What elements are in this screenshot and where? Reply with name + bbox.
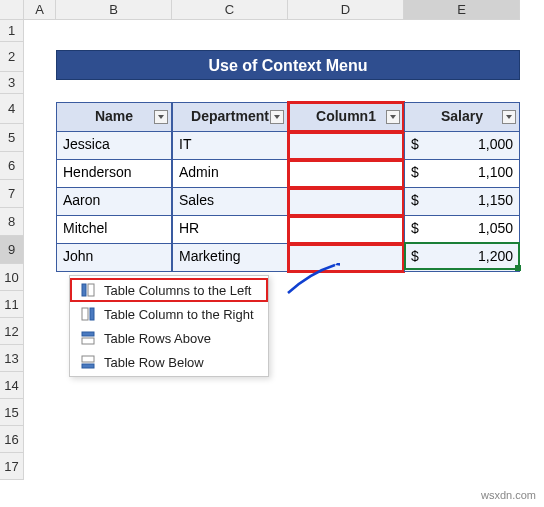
row-header-14[interactable]: 14 xyxy=(0,372,24,399)
currency-symbol: $ xyxy=(411,248,419,267)
cell-name[interactable]: Aaron xyxy=(56,188,172,216)
header-salary[interactable]: Salary xyxy=(404,102,520,132)
menu-insert-column-right[interactable]: Table Column to the Right xyxy=(70,302,268,326)
insert-col-left-icon xyxy=(80,282,96,298)
filter-icon[interactable] xyxy=(502,110,516,124)
menu-insert-columns-left[interactable]: Table Columns to the Left xyxy=(70,278,268,302)
insert-col-right-icon xyxy=(80,306,96,322)
cell-col1[interactable] xyxy=(288,244,404,272)
svg-rect-0 xyxy=(82,284,86,296)
row-header-17[interactable]: 17 xyxy=(0,453,24,480)
row-header-1[interactable]: 1 xyxy=(0,20,24,42)
cell-col1[interactable] xyxy=(288,132,404,160)
cell-sal[interactable]: $1,200 xyxy=(404,244,520,272)
context-menu: Table Columns to the Left Table Column t… xyxy=(69,275,269,377)
salary-value: 1,050 xyxy=(478,220,513,239)
title-cell: Use of Context Menu xyxy=(56,50,520,80)
svg-rect-5 xyxy=(82,338,94,344)
menu-label: Table Column to the Right xyxy=(104,307,254,322)
currency-symbol: $ xyxy=(411,220,419,239)
col-header-C[interactable]: C xyxy=(172,0,288,20)
col-header-A[interactable]: A xyxy=(24,0,56,20)
header-col1-label: Column1 xyxy=(316,108,376,124)
svg-rect-2 xyxy=(82,308,88,320)
cell-name[interactable]: Jessica xyxy=(56,132,172,160)
insert-row-above-icon xyxy=(80,330,96,346)
salary-value: 1,100 xyxy=(478,164,513,183)
currency-symbol: $ xyxy=(411,164,419,183)
svg-rect-3 xyxy=(90,308,94,320)
svg-rect-4 xyxy=(82,332,94,336)
header-column1[interactable]: Column1 xyxy=(288,102,404,132)
menu-insert-row-below[interactable]: Table Row Below xyxy=(70,350,268,374)
header-name-label: Name xyxy=(95,108,133,124)
col-header-E[interactable]: E xyxy=(404,0,520,20)
header-dept[interactable]: Department xyxy=(172,102,288,132)
watermark: wsxdn.com xyxy=(481,489,536,501)
spreadsheet-grid: A B C D E xyxy=(0,0,544,20)
row-header-10[interactable]: 10 xyxy=(0,264,24,291)
salary-value: 1,200 xyxy=(478,248,513,267)
cell-sal[interactable]: $1,100 xyxy=(404,160,520,188)
table-row[interactable]: Jessica IT $1,000 xyxy=(56,132,520,160)
cell-name[interactable]: Mitchel xyxy=(56,216,172,244)
cell-dept[interactable]: Marketing xyxy=(172,244,288,272)
cell-sal[interactable]: $1,150 xyxy=(404,188,520,216)
col-header-D[interactable]: D xyxy=(288,0,404,20)
table-row[interactable]: John Marketing $1,200 xyxy=(56,244,520,272)
menu-label: Table Columns to the Left xyxy=(104,283,251,298)
currency-symbol: $ xyxy=(411,136,419,155)
insert-row-below-icon xyxy=(80,354,96,370)
row-header-6[interactable]: 6 xyxy=(0,152,24,180)
cell-name[interactable]: John xyxy=(56,244,172,272)
cell-dept[interactable]: Sales xyxy=(172,188,288,216)
row-header-8[interactable]: 8 xyxy=(0,208,24,236)
corner-cell[interactable] xyxy=(0,0,24,20)
filter-icon[interactable] xyxy=(154,110,168,124)
row-header-2[interactable]: 2 xyxy=(0,42,24,72)
salary-value: 1,000 xyxy=(478,136,513,155)
header-name[interactable]: Name xyxy=(56,102,172,132)
menu-label: Table Row Below xyxy=(104,355,204,370)
cell-dept[interactable]: IT xyxy=(172,132,288,160)
row-header-9[interactable]: 9 xyxy=(0,236,24,264)
salary-value: 1,150 xyxy=(478,192,513,211)
svg-rect-6 xyxy=(82,356,94,362)
cell-name[interactable]: Henderson xyxy=(56,160,172,188)
row-header-12[interactable]: 12 xyxy=(0,318,24,345)
row-header-4[interactable]: 4 xyxy=(0,94,24,124)
svg-rect-1 xyxy=(88,284,94,296)
table-row[interactable]: Henderson Admin $1,100 xyxy=(56,160,520,188)
cell-col1[interactable] xyxy=(288,216,404,244)
cell-sal[interactable]: $1,050 xyxy=(404,216,520,244)
currency-symbol: $ xyxy=(411,192,419,211)
header-sal-label: Salary xyxy=(441,108,483,124)
header-dept-label: Department xyxy=(191,108,269,124)
cell-col1[interactable] xyxy=(288,188,404,216)
data-table: Name Department Column1 Salary Jessica I… xyxy=(56,102,520,272)
row-header-5[interactable]: 5 xyxy=(0,124,24,152)
cell-dept[interactable]: HR xyxy=(172,216,288,244)
table-row[interactable]: Aaron Sales $1,150 xyxy=(56,188,520,216)
filter-icon[interactable] xyxy=(386,110,400,124)
row-header-3[interactable]: 3 xyxy=(0,72,24,94)
cell-dept[interactable]: Admin xyxy=(172,160,288,188)
row-header-15[interactable]: 15 xyxy=(0,399,24,426)
filter-icon[interactable] xyxy=(270,110,284,124)
cell-sal[interactable]: $1,000 xyxy=(404,132,520,160)
col-header-B[interactable]: B xyxy=(56,0,172,20)
svg-rect-7 xyxy=(82,364,94,368)
row-header-11[interactable]: 11 xyxy=(0,291,24,318)
menu-label: Table Rows Above xyxy=(104,331,211,346)
row-header-16[interactable]: 16 xyxy=(0,426,24,453)
cell-col1[interactable] xyxy=(288,160,404,188)
table-row[interactable]: Mitchel HR $1,050 xyxy=(56,216,520,244)
menu-insert-rows-above[interactable]: Table Rows Above xyxy=(70,326,268,350)
row-header-7[interactable]: 7 xyxy=(0,180,24,208)
row-header-13[interactable]: 13 xyxy=(0,345,24,372)
